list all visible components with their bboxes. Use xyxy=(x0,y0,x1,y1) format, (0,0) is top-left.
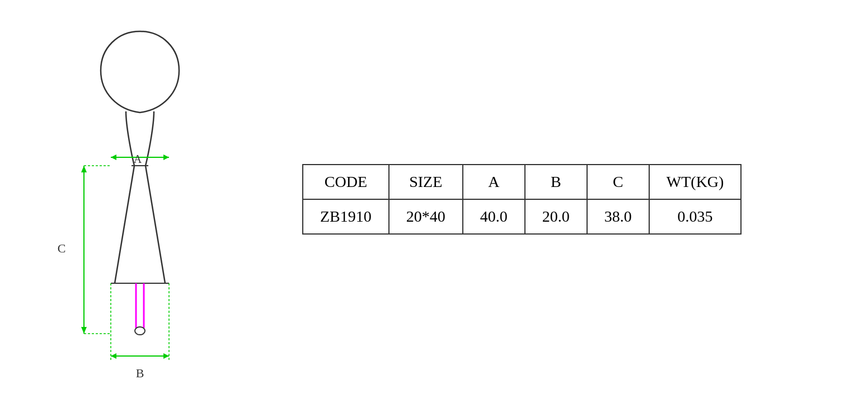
header-size: SIZE xyxy=(389,165,463,199)
main-container: A B C CODE SIZE A B C WT(KG) ZB1910 20*4… xyxy=(0,0,868,398)
cell-b: 20.0 xyxy=(525,199,587,234)
header-a: A xyxy=(463,165,525,199)
svg-marker-15 xyxy=(81,327,87,334)
svg-marker-9 xyxy=(111,353,116,359)
svg-marker-7 xyxy=(163,154,169,160)
svg-marker-6 xyxy=(111,154,116,160)
cell-wt: 0.035 xyxy=(649,199,742,234)
table-area: CODE SIZE A B C WT(KG) ZB1910 20*40 40.0… xyxy=(302,164,846,235)
svg-marker-10 xyxy=(163,353,169,359)
cell-c: 38.0 xyxy=(587,199,649,234)
table-header-row: CODE SIZE A B C WT(KG) xyxy=(303,165,741,199)
header-b: B xyxy=(525,165,587,199)
header-code: CODE xyxy=(303,165,389,199)
svg-text:A: A xyxy=(134,153,142,165)
diagram-area: A B C xyxy=(22,15,257,384)
cell-code: ZB1910 xyxy=(303,199,389,234)
table-row: ZB1910 20*40 40.0 20.0 38.0 0.035 xyxy=(303,199,741,234)
cell-size: 20*40 xyxy=(389,199,463,234)
cell-a: 40.0 xyxy=(463,199,525,234)
specs-table: CODE SIZE A B C WT(KG) ZB1910 20*40 40.0… xyxy=(302,164,742,235)
svg-marker-14 xyxy=(81,166,87,172)
svg-point-4 xyxy=(135,327,145,335)
svg-text:B: B xyxy=(136,366,144,380)
header-wt: WT(KG) xyxy=(649,165,742,199)
header-c: C xyxy=(587,165,649,199)
svg-text:C: C xyxy=(58,241,66,255)
